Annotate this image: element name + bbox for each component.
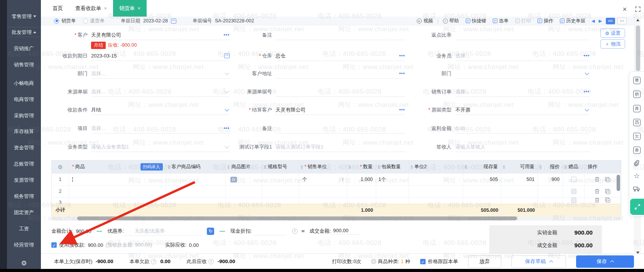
action-选单[interactable]: 选单 (493, 18, 509, 24)
save-draft-button[interactable]: 保存草稿 (511, 255, 566, 268)
sort-icon[interactable] (168, 165, 170, 169)
cell-qty[interactable] (347, 186, 376, 197)
cell-avail[interactable] (501, 198, 538, 204)
field-input-签收人[interactable]: 请输入签收人 (455, 142, 590, 152)
more-options-icon[interactable]: ••• (583, 87, 590, 96)
sidebar-item-13[interactable]: 工资 (7, 224, 41, 234)
scan-entry-button[interactable]: 扫码录入 (140, 163, 163, 171)
sort-icon[interactable] (349, 165, 351, 169)
cell-avail[interactable]: 501 (501, 174, 538, 185)
logistics-button[interactable]: ＋ 物流 (600, 39, 625, 49)
delete-row-icon[interactable] (595, 198, 600, 203)
save-button[interactable]: 保存 (576, 255, 634, 268)
cell-stock[interactable] (463, 198, 502, 204)
column-header-操作[interactable]: 操作 (585, 160, 621, 173)
field-input-业务员[interactable]: 选择...••• (455, 51, 590, 61)
card-view-toggle-icon[interactable] (617, 18, 627, 24)
cell-ops[interactable] (585, 186, 621, 197)
cell-stock[interactable] (463, 186, 502, 197)
cell-code[interactable] (166, 174, 226, 185)
column-header-客户商品编码[interactable]: 客户商品编码 (166, 160, 226, 173)
calendar-icon[interactable] (171, 19, 176, 24)
sidebar-settings-gear-icon[interactable]: ⚙ (7, 259, 41, 267)
cell-product[interactable] (69, 186, 166, 197)
cell-spec[interactable] (262, 174, 299, 185)
cell-unit[interactable]: 个↑ (299, 174, 347, 185)
sort-icon[interactable] (503, 165, 505, 169)
list-view-toggle-icon[interactable] (606, 18, 615, 24)
cell-img[interactable] (226, 174, 262, 185)
cell-img[interactable] (226, 186, 262, 197)
field-input-客户[interactable]: 天灵有限公司••• (91, 30, 230, 40)
copy-row-icon[interactable] (605, 198, 610, 203)
use-prepay-checkbox[interactable]: ✓ (51, 242, 57, 248)
action-快捷键[interactable]: 快捷键 (466, 18, 487, 24)
cell-unit[interactable] (299, 186, 347, 197)
cell-product[interactable] (69, 198, 166, 204)
field-input-票据类型[interactable]: 不开票 (455, 105, 590, 115)
field-input-备注[interactable] (276, 123, 405, 133)
chevron-down-icon[interactable] (585, 107, 589, 111)
abandon-button[interactable]: 放弃 (468, 255, 501, 268)
tab-销货单[interactable]: 销货单× (113, 0, 147, 17)
attachment-icon[interactable] (633, 160, 639, 167)
column-header-销售单位[interactable]: *销售单位 (299, 160, 347, 173)
copy-row-icon[interactable] (605, 189, 610, 194)
cell-qty[interactable]: 1.000 (347, 174, 376, 185)
field-input-客户地址[interactable]: ••• (276, 69, 405, 79)
field-input-业务类型[interactable]: 请输入业务类型1 (91, 142, 230, 152)
field-input-备注[interactable] (276, 30, 405, 40)
price-track-option[interactable]: ✓ 价格跟踪本单 (420, 258, 458, 265)
field-input-来源单据[interactable]: 选择... (91, 87, 230, 97)
sort-icon[interactable] (539, 165, 542, 169)
column-header-现存量[interactable]: 现存量 (463, 160, 502, 173)
table-settings-gear-icon[interactable]: ⚙ (58, 164, 63, 170)
cell-price[interactable] (538, 198, 563, 204)
help-icon[interactable]: ? (208, 259, 214, 264)
column-header-数量[interactable]: *数量 (347, 160, 376, 173)
cell-ops[interactable] (585, 198, 621, 204)
logistics-truck-icon[interactable] (633, 186, 640, 193)
sort-icon[interactable] (378, 165, 380, 169)
radio-退货单[interactable]: 退货单 (83, 18, 105, 24)
cell-stock[interactable]: 505 (463, 174, 502, 185)
draft-icon[interactable]: 草 (633, 77, 641, 84)
sidebar-item-0[interactable]: 零售管理 (7, 12, 41, 22)
sidebar-item-11[interactable]: 税务管理 (7, 191, 41, 201)
cell-unit2[interactable] (409, 186, 463, 197)
cell-price[interactable]: 900 (538, 174, 563, 185)
sort-icon[interactable] (227, 165, 230, 169)
column-header-报价[interactable]: 报价 (538, 160, 563, 173)
tab-首页[interactable]: 首页 (46, 0, 69, 17)
refresh-coupon-icon[interactable]: ↻ (207, 228, 214, 235)
column-header-商品图片[interactable]: 商品图片 (226, 160, 262, 173)
field-input-返点比率[interactable] (455, 30, 590, 40)
cell-spec[interactable] (262, 186, 299, 197)
fullscreen-icon[interactable] (635, 7, 641, 13)
cell-pack[interactable]: 1个 (376, 174, 409, 185)
column-header-赠品[interactable]: 赠品 (563, 160, 585, 173)
field-input-项目[interactable]: 选择...••• (91, 123, 230, 133)
scroll-up-icon[interactable] (636, 19, 639, 21)
cell-ops[interactable] (585, 174, 621, 185)
cell-price[interactable] (538, 186, 563, 197)
sidebar-item-12[interactable]: 固定资产 (7, 208, 41, 218)
sidebar-item-9[interactable]: 总账管理 (7, 159, 41, 169)
column-header-商品[interactable]: *商品扫码录入 (69, 160, 166, 173)
sort-icon[interactable] (465, 165, 467, 169)
stock-icon[interactable]: 库 (633, 105, 641, 112)
cell-pack[interactable] (376, 198, 409, 204)
field-input-收款条件[interactable]: 月结 (91, 105, 230, 115)
cell-code[interactable] (166, 186, 226, 197)
help-icon[interactable]: ? (292, 228, 297, 234)
field-input-收款到期日[interactable]: 2023-03-15 (91, 51, 230, 61)
horizontal-scroll-thumb[interactable] (77, 216, 517, 220)
doc-number-value[interactable]: SA-20230228-002 (215, 18, 254, 24)
prev-doc-icon[interactable]: ◀ (592, 19, 595, 24)
settings-button[interactable]: ⚙ 设置 (600, 29, 625, 38)
sort-icon[interactable] (565, 165, 567, 169)
chevron-down-icon[interactable] (585, 71, 589, 75)
field-input-仓库[interactable]: 总仓••• (276, 51, 405, 61)
help-icon[interactable]: ? (151, 259, 156, 264)
radio-销货单[interactable]: 销货单 (54, 18, 76, 24)
